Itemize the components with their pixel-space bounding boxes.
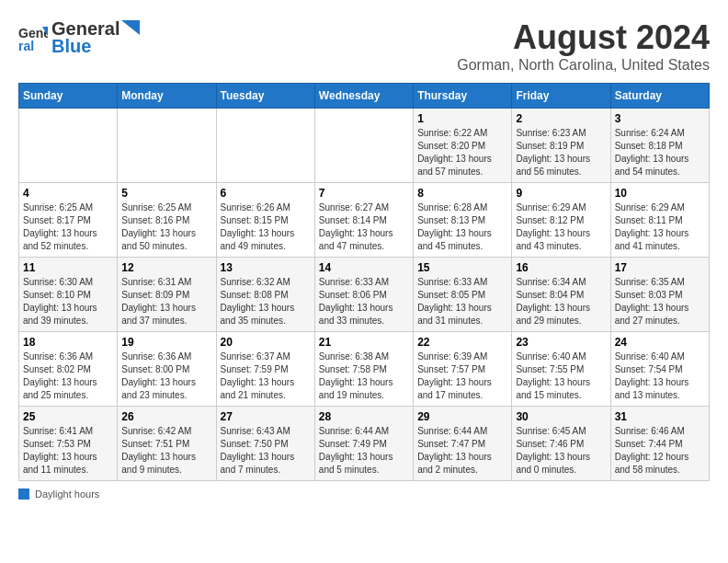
calendar-cell: 13Sunrise: 6:32 AM Sunset: 8:08 PM Dayli… (216, 258, 314, 332)
calendar-cell: 16Sunrise: 6:34 AM Sunset: 8:04 PM Dayli… (512, 258, 610, 332)
calendar-cell: 14Sunrise: 6:33 AM Sunset: 8:06 PM Dayli… (314, 258, 413, 332)
calendar-cell: 26Sunrise: 6:42 AM Sunset: 7:51 PM Dayli… (118, 407, 216, 481)
day-number: 17 (615, 261, 705, 274)
calendar-cell: 28Sunrise: 6:44 AM Sunset: 7:49 PM Dayli… (314, 407, 413, 481)
calendar-cell: 24Sunrise: 6:40 AM Sunset: 7:54 PM Dayli… (610, 332, 709, 407)
day-info-text: Sunrise: 6:23 AM Sunset: 8:19 PM Dayligh… (516, 127, 606, 178)
calendar-cell: 11Sunrise: 6:30 AM Sunset: 8:10 PM Dayli… (19, 258, 118, 332)
day-info-text: Sunrise: 6:38 AM Sunset: 7:58 PM Dayligh… (319, 350, 409, 402)
day-number: 26 (121, 410, 211, 423)
day-header-tuesday: Tuesday (216, 84, 314, 109)
day-number: 31 (615, 410, 705, 423)
day-number: 2 (516, 112, 606, 125)
day-number: 21 (319, 336, 409, 349)
day-number: 29 (417, 410, 507, 423)
month-year-title: August 2024 (457, 18, 710, 57)
day-info-text: Sunrise: 6:28 AM Sunset: 8:13 PM Dayligh… (417, 201, 507, 253)
day-header-saturday: Saturday (610, 84, 709, 109)
calendar-cell: 20Sunrise: 6:37 AM Sunset: 7:59 PM Dayli… (216, 332, 314, 407)
day-number: 1 (417, 112, 507, 125)
calendar-cell: 18Sunrise: 6:36 AM Sunset: 8:02 PM Dayli… (19, 332, 118, 407)
calendar-week-row: 25Sunrise: 6:41 AM Sunset: 7:53 PM Dayli… (19, 407, 710, 481)
footer: Daylight hours (18, 488, 710, 500)
day-info-text: Sunrise: 6:25 AM Sunset: 8:17 PM Dayligh… (23, 201, 113, 253)
calendar-week-row: 4Sunrise: 6:25 AM Sunset: 8:17 PM Daylig… (19, 183, 710, 258)
day-header-wednesday: Wednesday (314, 84, 413, 109)
calendar-week-row: 18Sunrise: 6:36 AM Sunset: 8:02 PM Dayli… (19, 332, 710, 407)
calendar-cell (19, 109, 118, 183)
footer-dot-icon (18, 488, 29, 500)
calendar-cell: 2Sunrise: 6:23 AM Sunset: 8:19 PM Daylig… (512, 109, 610, 183)
calendar-cell: 19Sunrise: 6:36 AM Sunset: 8:00 PM Dayli… (118, 332, 216, 407)
calendar-cell: 22Sunrise: 6:39 AM Sunset: 7:57 PM Dayli… (414, 332, 512, 407)
calendar-cell: 15Sunrise: 6:33 AM Sunset: 8:05 PM Dayli… (414, 258, 512, 332)
calendar-cell: 9Sunrise: 6:29 AM Sunset: 8:12 PM Daylig… (512, 183, 610, 258)
day-info-text: Sunrise: 6:44 AM Sunset: 7:47 PM Dayligh… (417, 425, 507, 477)
day-number: 16 (516, 261, 606, 274)
calendar-cell: 21Sunrise: 6:38 AM Sunset: 7:58 PM Dayli… (314, 332, 413, 407)
day-number: 14 (319, 261, 409, 274)
calendar-cell: 31Sunrise: 6:46 AM Sunset: 7:44 PM Dayli… (610, 407, 709, 481)
day-info-text: Sunrise: 6:40 AM Sunset: 7:54 PM Dayligh… (615, 350, 705, 402)
day-info-text: Sunrise: 6:40 AM Sunset: 7:55 PM Dayligh… (516, 350, 606, 402)
calendar-cell: 27Sunrise: 6:43 AM Sunset: 7:50 PM Dayli… (216, 407, 314, 481)
day-number: 8 (417, 187, 507, 200)
day-info-text: Sunrise: 6:24 AM Sunset: 8:18 PM Dayligh… (615, 127, 705, 178)
day-header-sunday: Sunday (19, 84, 118, 109)
day-number: 19 (121, 336, 211, 349)
calendar-week-row: 1Sunrise: 6:22 AM Sunset: 8:20 PM Daylig… (19, 109, 710, 183)
day-info-text: Sunrise: 6:36 AM Sunset: 8:02 PM Dayligh… (23, 350, 113, 402)
day-number: 6 (221, 187, 311, 200)
day-number: 11 (23, 261, 113, 274)
day-number: 12 (121, 261, 211, 274)
calendar-cell: 23Sunrise: 6:40 AM Sunset: 7:55 PM Dayli… (512, 332, 610, 407)
day-info-text: Sunrise: 6:30 AM Sunset: 8:10 PM Dayligh… (23, 276, 113, 327)
page-header: Gene ral General Blue August 2024 Gorman… (18, 18, 710, 74)
calendar-cell: 10Sunrise: 6:29 AM Sunset: 8:11 PM Dayli… (610, 183, 709, 258)
day-info-text: Sunrise: 6:29 AM Sunset: 8:11 PM Dayligh… (615, 201, 705, 253)
day-info-text: Sunrise: 6:32 AM Sunset: 8:08 PM Dayligh… (221, 276, 311, 327)
day-number: 4 (23, 187, 113, 200)
day-info-text: Sunrise: 6:27 AM Sunset: 8:14 PM Dayligh… (319, 201, 409, 253)
footer-label: Daylight hours (35, 488, 99, 500)
calendar-cell: 7Sunrise: 6:27 AM Sunset: 8:14 PM Daylig… (314, 183, 413, 258)
title-block: August 2024 Gorman, North Carolina, Unit… (457, 18, 710, 74)
calendar-cell (216, 109, 314, 183)
day-number: 28 (319, 410, 409, 423)
day-info-text: Sunrise: 6:45 AM Sunset: 7:46 PM Dayligh… (516, 425, 606, 477)
day-header-thursday: Thursday (414, 84, 512, 109)
day-number: 20 (221, 336, 311, 349)
day-header-monday: Monday (118, 84, 216, 109)
day-info-text: Sunrise: 6:26 AM Sunset: 8:15 PM Dayligh… (221, 201, 311, 253)
day-info-text: Sunrise: 6:35 AM Sunset: 8:03 PM Dayligh… (615, 276, 705, 327)
day-info-text: Sunrise: 6:44 AM Sunset: 7:49 PM Dayligh… (319, 425, 409, 477)
day-info-text: Sunrise: 6:42 AM Sunset: 7:51 PM Dayligh… (121, 425, 211, 477)
logo: Gene ral General Blue (18, 18, 140, 57)
day-number: 10 (615, 187, 705, 200)
day-number: 27 (221, 410, 311, 423)
day-info-text: Sunrise: 6:34 AM Sunset: 8:04 PM Dayligh… (516, 276, 606, 327)
logo-triangle-icon (121, 20, 140, 39)
svg-marker-3 (121, 20, 140, 35)
calendar-cell: 1Sunrise: 6:22 AM Sunset: 8:20 PM Daylig… (414, 109, 512, 183)
day-info-text: Sunrise: 6:41 AM Sunset: 7:53 PM Dayligh… (23, 425, 113, 477)
day-info-text: Sunrise: 6:25 AM Sunset: 8:16 PM Dayligh… (121, 201, 211, 253)
calendar-cell: 30Sunrise: 6:45 AM Sunset: 7:46 PM Dayli… (512, 407, 610, 481)
day-info-text: Sunrise: 6:39 AM Sunset: 7:57 PM Dayligh… (417, 350, 507, 402)
calendar-cell: 12Sunrise: 6:31 AM Sunset: 8:09 PM Dayli… (118, 258, 216, 332)
day-info-text: Sunrise: 6:22 AM Sunset: 8:20 PM Dayligh… (417, 127, 507, 178)
day-number: 3 (615, 112, 705, 125)
day-info-text: Sunrise: 6:33 AM Sunset: 8:06 PM Dayligh… (319, 276, 409, 327)
day-info-text: Sunrise: 6:36 AM Sunset: 8:00 PM Dayligh… (121, 350, 211, 402)
location-subtitle: Gorman, North Carolina, United States (457, 57, 710, 74)
day-number: 15 (417, 261, 507, 274)
day-number: 30 (516, 410, 606, 423)
calendar-table: SundayMondayTuesdayWednesdayThursdayFrid… (18, 83, 710, 481)
day-info-text: Sunrise: 6:37 AM Sunset: 7:59 PM Dayligh… (221, 350, 311, 402)
day-number: 24 (615, 336, 705, 349)
day-header-friday: Friday (512, 84, 610, 109)
calendar-cell (118, 109, 216, 183)
calendar-week-row: 11Sunrise: 6:30 AM Sunset: 8:10 PM Dayli… (19, 258, 710, 332)
day-headers-row: SundayMondayTuesdayWednesdayThursdayFrid… (19, 84, 710, 109)
day-info-text: Sunrise: 6:31 AM Sunset: 8:09 PM Dayligh… (121, 276, 211, 327)
